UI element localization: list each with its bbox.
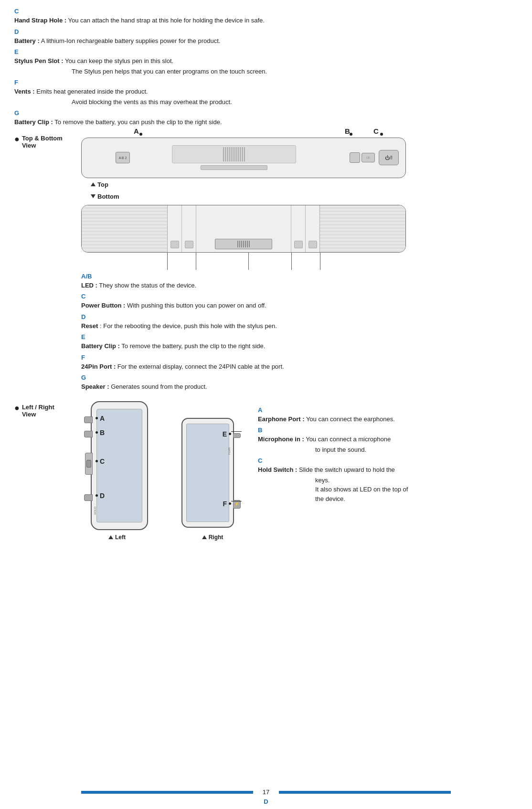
vline-4 xyxy=(291,253,292,270)
ann-a-left: A xyxy=(96,415,105,422)
letter-c: C xyxy=(14,8,518,15)
lr-desc-b-bold: Microphone in : xyxy=(258,436,304,443)
section-e: E Stylus Pen Slot : You can keep the sty… xyxy=(14,48,518,76)
desc-e-bold: Battery Clip : xyxy=(81,342,120,350)
arrow-up-right-icon xyxy=(202,535,207,539)
bottom-grip-left xyxy=(82,205,168,252)
footer-bar-right xyxy=(279,791,451,794)
desc-f-entry: 24Pin Port : For the external display, c… xyxy=(81,362,518,372)
desc-e-entry: Battery Clip : To remove the battery, pu… xyxy=(81,341,518,351)
left-btn-d[interactable] xyxy=(84,494,93,501)
section-c: C Hand Strap Hole : You can attach the h… xyxy=(14,8,518,25)
lr-sidebar: ● Left / Right View xyxy=(14,401,81,541)
bottom-view-container xyxy=(81,205,406,270)
vline-5 xyxy=(320,253,320,270)
lr-diagrams-area: HOLD xyxy=(81,401,248,541)
lr-desc-c-label: C xyxy=(258,457,518,464)
lr-desc-c-text: Slide the switch upward to hold the xyxy=(297,466,395,473)
lr-title: Left / Right xyxy=(22,404,54,411)
right-label: Right xyxy=(209,534,223,541)
entry-g-text: To remove the battery, you can push the … xyxy=(53,118,222,126)
entry-e: Stylus Pen Slot : You can keep the stylu… xyxy=(14,56,518,66)
top-view-container: A B C A B 2 xyxy=(81,138,518,178)
entry-c-bold: Hand Strap Hole : xyxy=(14,17,66,24)
right-device-col: WITH ⚡ E xyxy=(177,418,248,541)
left-label: Left xyxy=(115,534,126,541)
desc-c-text: With pushing this button you can power o… xyxy=(125,302,266,309)
arrow-down-icon xyxy=(91,194,96,198)
ann-e-line xyxy=(231,431,242,432)
desc-e-label: E xyxy=(81,333,518,341)
desc-ab-label: A/B xyxy=(81,273,518,280)
lr-desc-b-line2: to input the sound. xyxy=(315,445,518,455)
ann-c-left-label: C xyxy=(100,458,105,465)
page-footer: 17 xyxy=(0,788,532,796)
desc-f-text: For the external display, connect the 24… xyxy=(116,363,284,370)
desc-g-bold: Speaker : xyxy=(81,383,109,390)
bottom-arrow-label: Bottom xyxy=(91,193,518,200)
left-btn-b[interactable] xyxy=(84,431,93,437)
lr-desc-b-label: B xyxy=(258,426,518,434)
desc-d-text: : For the rebooting the device, push thi… xyxy=(98,322,277,330)
lr-desc-c-line4: the device. xyxy=(315,494,518,504)
desc-c-entry: Power Button : With pushing this button … xyxy=(81,301,518,310)
ann-f-right-label: F xyxy=(223,500,227,508)
right-device-wrapper: WITH ⚡ E xyxy=(177,418,248,532)
lr-desc-a-entry: Earphone Port : You can connect the earp… xyxy=(258,415,518,424)
ann-f-right: F xyxy=(223,500,231,508)
device-label-text: HOLD xyxy=(94,507,96,515)
top-label-text: Top xyxy=(97,181,108,188)
desc-e-text: To remove the battery, push the clip to … xyxy=(120,342,265,350)
desc-d-label: D xyxy=(81,313,518,320)
ann-dot-b xyxy=(350,133,352,136)
ann-c-left: C xyxy=(96,458,105,465)
entry-e-line2: The Stylus pen helps that you can enter … xyxy=(72,67,518,76)
bottom-center xyxy=(196,205,291,252)
ann-label-c-top: C xyxy=(373,127,379,135)
section-g: G Battery Clip : To remove the battery, … xyxy=(14,109,518,127)
lr-desc-b-entry: Microphone in : You can connect a microp… xyxy=(258,435,518,444)
ann-b-left: B xyxy=(96,429,105,436)
right-slot-e xyxy=(233,433,241,438)
top-bottom-content: A B C A B 2 xyxy=(81,133,518,393)
right-device-label: WITH xyxy=(228,447,231,455)
entry-g: Battery Clip : To remove the battery, yo… xyxy=(14,117,518,127)
desc-ab-text: They show the status of the device. xyxy=(97,282,196,289)
ann-a-left-label: A xyxy=(100,415,105,422)
lr-desc-c-line2: keys. xyxy=(315,476,518,485)
bullet-lr: ● xyxy=(14,404,20,413)
letter-d-top: D xyxy=(14,28,518,35)
vline-1 xyxy=(167,253,168,270)
entry-e-text: You can keep the stylus pen in this slot… xyxy=(64,57,174,64)
left-screen xyxy=(96,409,142,522)
lr-desc-a-label: A xyxy=(258,406,518,414)
section-f: F Vents : Emits heat generated inside th… xyxy=(14,79,518,106)
left-slider-c[interactable] xyxy=(85,453,93,475)
ann-dot-a xyxy=(139,133,142,136)
ann-d-left: D xyxy=(96,492,105,500)
desc-d-entry: Reset : For the rebooting the device, pu… xyxy=(81,321,518,331)
page-number: 17 xyxy=(253,788,279,796)
entry-f-bold: Vents : xyxy=(14,88,35,95)
entry-d-text: A lithium-Ion rechargeable battery suppl… xyxy=(40,37,221,44)
section-d: D Battery : A lithium-Ion rechargeable b… xyxy=(14,28,518,46)
left-device-col: HOLD xyxy=(81,401,153,541)
desc-g-text: Generates sound from the product. xyxy=(109,383,207,390)
lr-desc-a-text: You can connect the earphones. xyxy=(305,415,395,423)
entry-c: Hand Strap Hole : You can attach the han… xyxy=(14,16,518,25)
left-device-wrapper: HOLD xyxy=(81,401,153,532)
left-btn-a[interactable] xyxy=(84,416,93,423)
desc-c-label: C xyxy=(81,293,518,300)
ann-e-right: E xyxy=(223,430,231,438)
arrow-up-left-icon xyxy=(108,535,113,539)
right-arrow-label: Right xyxy=(202,534,223,541)
letter-e: E xyxy=(14,48,518,55)
entry-f-line2: Avoid blocking the vents as this may ove… xyxy=(72,97,518,107)
bottom-desc-section: A/B LED : They show the status of the de… xyxy=(81,273,518,392)
ann-e-right-label: E xyxy=(223,430,227,438)
lr-title2: View xyxy=(22,411,54,418)
letter-f: F xyxy=(14,79,518,86)
arrow-up-icon xyxy=(91,182,96,186)
desc-f-bold: 24Pin Port : xyxy=(81,363,116,370)
ann-dot-c xyxy=(380,133,383,136)
